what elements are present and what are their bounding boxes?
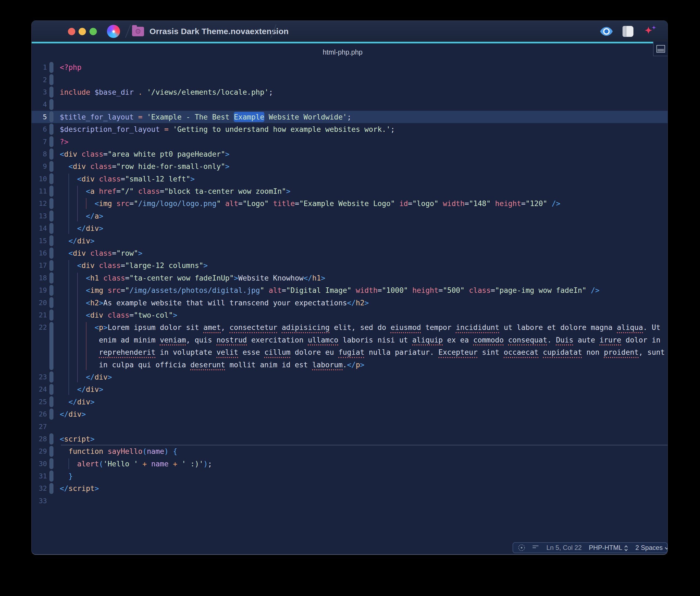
code-line[interactable]: reprehenderit in voluptate velit esse ci… bbox=[32, 346, 668, 358]
line-number: 26 bbox=[32, 408, 47, 420]
tab-bar[interactable]: html-php.php bbox=[32, 43, 654, 61]
change-marker-column bbox=[49, 396, 53, 408]
indent-selector[interactable]: 2 Spaces bbox=[636, 544, 668, 551]
code-line[interactable]: 22 <p>Lorem ipsum dolor sit amet, consec… bbox=[32, 321, 668, 333]
line-number: 30 bbox=[32, 457, 47, 470]
change-marker-column bbox=[49, 445, 53, 457]
code-line[interactable]: 24 </div> bbox=[32, 383, 668, 395]
code-text bbox=[60, 98, 668, 110]
code-text: $description_for_layout = 'Getting to un… bbox=[60, 123, 668, 135]
change-marker bbox=[49, 297, 53, 308]
code-line[interactable]: 6$description_for_layout = 'Getting to u… bbox=[32, 123, 668, 135]
code-text: <div class="two-col"> bbox=[60, 309, 668, 321]
line-number: 11 bbox=[32, 185, 47, 197]
change-marker bbox=[49, 210, 53, 221]
change-marker-column bbox=[49, 234, 53, 247]
change-marker-column bbox=[49, 259, 53, 272]
line-number: 18 bbox=[32, 272, 47, 284]
close-button[interactable] bbox=[68, 28, 75, 35]
change-marker-column bbox=[49, 222, 53, 234]
code-line[interactable]: 10 <div class="small-12 left"> bbox=[32, 173, 668, 185]
editor-pane-toggle[interactable] bbox=[653, 42, 668, 56]
code-text: <h2>As example website that will transce… bbox=[60, 296, 668, 309]
code-line[interactable]: 27 bbox=[32, 420, 668, 432]
change-marker-column bbox=[49, 123, 53, 135]
change-marker bbox=[49, 384, 53, 395]
code-line[interactable]: enim ad minim veniam, quis nostrud exerc… bbox=[32, 334, 668, 346]
code-line[interactable]: 32</script> bbox=[32, 482, 668, 495]
status-bar[interactable]: Ln 5, Col 22 PHP-HTML 2 Spaces bbox=[513, 542, 668, 553]
code-line[interactable]: 26</div> bbox=[32, 408, 668, 420]
line-number: 13 bbox=[32, 210, 47, 222]
change-marker-column bbox=[49, 61, 53, 73]
code-line[interactable]: in culpa qui officia deserunt mollit ani… bbox=[32, 358, 668, 371]
line-number: 23 bbox=[32, 371, 47, 383]
change-marker-column bbox=[49, 482, 53, 495]
code-line[interactable]: 5$title_for_layout = 'Example - The Best… bbox=[32, 111, 668, 123]
code-text: <img src="/img/assets/photos/digital.jpg… bbox=[60, 284, 668, 296]
language-selector[interactable]: PHP-HTML bbox=[589, 544, 628, 551]
collab-globe-icon[interactable] bbox=[518, 544, 525, 551]
code-line[interactable]: 3include $base_dir . '/views/elements/lo… bbox=[32, 86, 668, 98]
code-line[interactable]: 16 <div class="row"> bbox=[32, 247, 668, 259]
line-number: 32 bbox=[32, 482, 47, 495]
tab-filename[interactable]: html-php.php bbox=[323, 48, 363, 56]
code-line[interactable]: 20 <h2>As example website that will tran… bbox=[32, 296, 668, 309]
code-line[interactable]: 15 </div> bbox=[32, 234, 668, 247]
change-marker-column bbox=[49, 210, 53, 222]
change-marker bbox=[49, 483, 53, 494]
change-marker bbox=[49, 86, 53, 97]
code-line[interactable]: 18 <h1 class="ta-center wow fadeInUp">We… bbox=[32, 272, 668, 284]
indent-guide bbox=[86, 322, 86, 370]
change-marker bbox=[49, 470, 53, 481]
code-line[interactable]: 30 alert('Hello ' + name + ' :)'); bbox=[32, 457, 668, 470]
code-line[interactable]: 7?> bbox=[32, 135, 668, 148]
code-line[interactable]: 23 </div> bbox=[32, 371, 668, 383]
code-line[interactable]: 19 <img src="/img/assets/photos/digital.… bbox=[32, 284, 668, 296]
wrap-lines-icon[interactable] bbox=[532, 545, 539, 551]
change-marker bbox=[49, 74, 53, 85]
code-text: </a> bbox=[60, 210, 668, 222]
zoom-button[interactable] bbox=[89, 28, 97, 35]
line-number bbox=[32, 346, 47, 358]
change-marker bbox=[49, 235, 53, 246]
code-line[interactable]: 21 <div class="two-col"> bbox=[32, 309, 668, 321]
change-marker-column bbox=[49, 358, 53, 371]
selected-text[interactable]: Example bbox=[234, 113, 264, 121]
code-line[interactable]: 13 </a> bbox=[32, 210, 668, 222]
code-line[interactable]: 29 function sayHello(name) { bbox=[32, 445, 668, 457]
code-line[interactable]: 11 <a href="/" class="block ta-center wo… bbox=[32, 185, 668, 197]
change-marker bbox=[49, 136, 53, 147]
change-marker-column bbox=[49, 457, 53, 470]
line-number: 28 bbox=[32, 433, 47, 445]
preview-eye-icon[interactable] bbox=[600, 27, 613, 36]
sparkle-extensions-icon[interactable] bbox=[643, 25, 657, 38]
titlebar[interactable]: Orrasis Dark Theme.novaextension bbox=[32, 21, 668, 42]
code-line[interactable]: 31 } bbox=[32, 470, 668, 482]
minimize-button[interactable] bbox=[79, 28, 86, 35]
code-line[interactable]: 9 <div class="row hide-for-small-only"> bbox=[32, 160, 668, 172]
change-marker-column bbox=[49, 173, 53, 185]
line-number: 3 bbox=[32, 86, 47, 98]
code-line[interactable]: 14 </div> bbox=[32, 222, 668, 234]
code-line[interactable]: 33 bbox=[32, 495, 668, 507]
line-number: 33 bbox=[32, 495, 47, 507]
code-line[interactable]: 8<div class="area white pt0 pageHeader"> bbox=[32, 148, 668, 160]
window-title: Orrasis Dark Theme.novaextension bbox=[150, 21, 289, 42]
code-line[interactable]: 28<script> bbox=[32, 433, 668, 445]
code-text: <div class="large-12 columns"> bbox=[60, 259, 668, 272]
code-line[interactable]: 17 <div class="large-12 columns"> bbox=[32, 259, 668, 272]
line-number: 7 bbox=[32, 135, 47, 148]
code-editor[interactable]: 1<?php23include $base_dir . '/views/elem… bbox=[32, 61, 668, 525]
titlebar-divider bbox=[125, 24, 131, 38]
code-line[interactable]: 4 bbox=[32, 98, 668, 110]
code-line[interactable]: 12 <img src="/img/logo/logo.png" alt="Lo… bbox=[32, 197, 668, 209]
code-text: enim ad minim veniam, quis nostrud exerc… bbox=[60, 334, 668, 346]
code-line[interactable]: 1<?php bbox=[32, 61, 668, 73]
code-line[interactable]: 2 bbox=[32, 73, 668, 86]
code-line[interactable]: 25 </div> bbox=[32, 396, 668, 408]
nova-editor-window: Orrasis Dark Theme.novaextension bbox=[31, 21, 668, 555]
line-number: 25 bbox=[32, 396, 47, 408]
split-layout-icon[interactable] bbox=[622, 26, 634, 37]
line-number: 4 bbox=[32, 98, 47, 110]
